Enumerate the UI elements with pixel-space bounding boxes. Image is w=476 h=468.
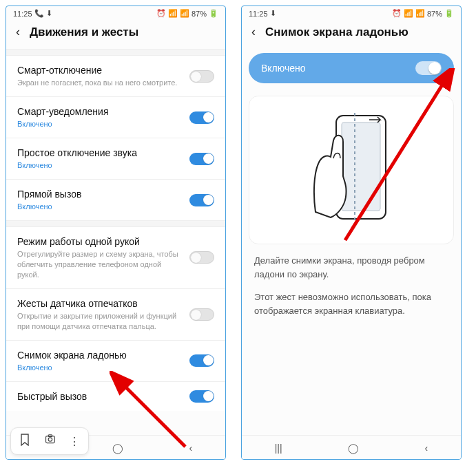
row-smart-alert[interactable]: Смарт-уведомления Включено [6, 97, 225, 138]
toggle-master[interactable] [415, 61, 442, 75]
status-bar: 11:25 ⬇ ⏰ 📶 📶 87% 🔋 [242, 6, 461, 19]
header: ‹ Снимок экрана ладонью [242, 19, 461, 49]
status-download-icon: ⬇ [46, 9, 52, 18]
row-title: Смарт-отключение [17, 64, 184, 76]
battery-text: 87% [427, 10, 442, 18]
svg-rect-5 [342, 123, 380, 211]
description: Делайте снимки экрана, проводя ребром ла… [242, 254, 461, 317]
master-switch-label: Включено [261, 63, 306, 74]
alarm-icon: ⏰ [392, 9, 402, 18]
row-easy-mute[interactable]: Простое отключение звука Включено [6, 138, 225, 179]
row-sub: Открытие и закрытие приложений и функций… [17, 311, 184, 332]
toggle-fingerprint-gestures[interactable] [189, 308, 214, 321]
row-sub: Включено [17, 202, 184, 212]
page-title: Движения и жесты [30, 25, 138, 39]
battery-icon: 🔋 [444, 9, 454, 18]
row-smart-stay[interactable]: Смарт-отключение Экран не погаснет, пока… [6, 56, 225, 96]
row-title: Прямой вызов [17, 188, 184, 200]
phone-right: 11:25 ⬇ ⏰ 📶 📶 87% 🔋 ‹ Снимок экрана ладо… [241, 6, 462, 460]
row-sub: Включено [17, 119, 184, 129]
bookmark-icon[interactable] [19, 434, 30, 449]
row-title: Смарт-уведомления [17, 105, 184, 118]
row-quick-call[interactable]: Быстрый вызов [6, 382, 225, 411]
status-bar: 11:25 📞 ⬇ ⏰ 📶 📶 87% 🔋 [6, 6, 225, 19]
master-switch[interactable]: Включено [249, 53, 454, 83]
row-title: Быстрый вызов [17, 390, 184, 403]
toggle-one-hand[interactable] [189, 251, 214, 264]
nav-home-icon[interactable]: ◯ [112, 443, 123, 454]
desc-line-2: Этот жест невозможно использовать, пока … [254, 290, 448, 317]
wifi-icon: 📶 [404, 9, 413, 18]
back-icon[interactable]: ‹ [16, 25, 20, 39]
toggle-smart-alert[interactable] [189, 111, 214, 124]
toggle-quick-call[interactable] [189, 390, 214, 403]
row-title: Простое отключение звука [17, 147, 184, 159]
phone-left: 11:25 📞 ⬇ ⏰ 📶 📶 87% 🔋 ‹ Движения и жесты… [6, 6, 226, 460]
toggle-easy-mute[interactable] [189, 153, 214, 165]
search-image-icon[interactable] [43, 434, 56, 449]
gesture-illustration [249, 96, 454, 244]
signal-icon: 📶 [415, 9, 425, 18]
status-download-icon: ⬇ [270, 9, 276, 18]
row-one-hand[interactable]: Режим работы одной рукой Отрегулируйте р… [6, 227, 225, 288]
header: ‹ Движения и жесты [6, 19, 225, 49]
desc-line-1: Делайте снимки экрана, проводя ребром ла… [254, 254, 448, 281]
row-fingerprint-gestures[interactable]: Жесты датчика отпечатков Открытие и закр… [6, 289, 225, 340]
battery-icon: 🔋 [209, 9, 218, 18]
svg-rect-0 [46, 436, 55, 443]
nav-recents-icon[interactable]: ||| [275, 443, 282, 454]
battery-text: 87% [192, 10, 207, 18]
nav-back-icon[interactable]: ‹ [189, 443, 193, 454]
back-icon[interactable]: ‹ [251, 25, 256, 39]
row-sub: Экран не погаснет, пока вы на него смотр… [17, 78, 184, 88]
row-title: Снимок экрана ладонью [17, 349, 184, 361]
status-phone-icon: 📞 [34, 9, 44, 18]
browser-toolbar: ⋮ [10, 427, 89, 455]
alarm-icon: ⏰ [156, 9, 166, 18]
row-direct-call[interactable]: Прямой вызов Включено [6, 180, 225, 220]
row-sub: Включено [17, 160, 184, 171]
status-time: 11:25 [13, 10, 32, 18]
status-time: 11:25 [249, 10, 268, 18]
page-title: Снимок экрана ладонью [265, 25, 408, 39]
row-palm-swipe[interactable]: Снимок экрана ладонью Включено [6, 341, 225, 381]
nav-back-icon[interactable]: ‹ [425, 443, 428, 454]
toggle-direct-call[interactable] [189, 194, 214, 206]
wifi-icon: 📶 [168, 9, 178, 18]
row-sub: Отрегулируйте размер и схему экрана, что… [17, 249, 184, 280]
svg-point-1 [48, 438, 52, 441]
signal-icon: 📶 [180, 9, 189, 18]
toggle-palm-swipe[interactable] [189, 354, 214, 367]
row-sub: Включено [17, 363, 184, 373]
more-icon[interactable]: ⋮ [69, 435, 80, 448]
nav-bar: ||| ◯ ‹ [242, 435, 461, 459]
row-title: Жесты датчика отпечатков [17, 297, 184, 310]
nav-home-icon[interactable]: ◯ [348, 443, 359, 454]
toggle-smart-stay[interactable] [189, 70, 214, 83]
row-title: Режим работы одной рукой [17, 235, 184, 248]
